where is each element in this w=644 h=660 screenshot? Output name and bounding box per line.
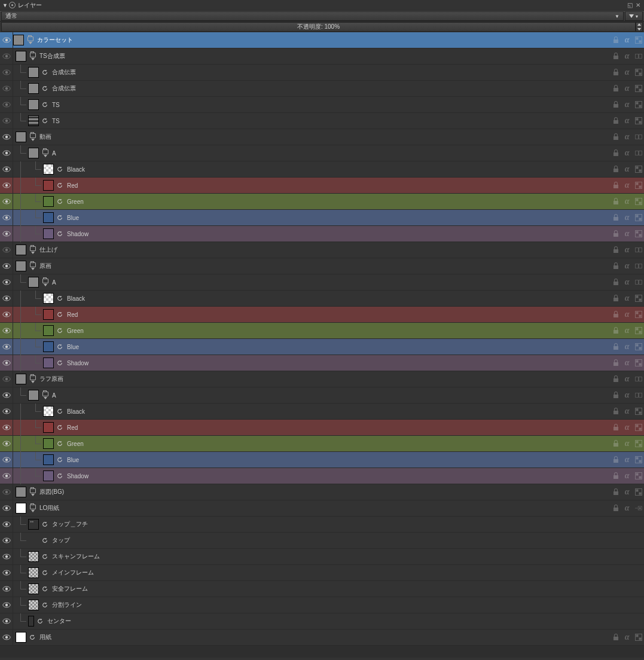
layer-name[interactable]: Green [66,441,610,447]
visibility-toggle[interactable] [0,145,13,161]
lock-flag[interactable] [610,194,621,210]
layer-row[interactable]: Redα [0,178,644,194]
alpha-flag[interactable]: α [621,468,633,484]
layer-row[interactable]: LO用紙α [0,500,644,517]
layer-name[interactable]: A [51,279,610,286]
layer-row[interactable]: Shadowα [0,468,644,484]
alpha-flag[interactable]: α [621,81,633,97]
lock-flag[interactable] [610,145,621,161]
alpha-flag[interactable]: α [621,307,633,323]
folder-expand-toggle[interactable] [41,389,50,402]
folder-expand-toggle[interactable] [41,276,50,289]
alpha-flag[interactable]: α [621,452,633,468]
alpha-flag[interactable]: α [621,500,633,517]
layer-row[interactable]: Aα [0,145,644,161]
alpha-flag[interactable]: α [621,291,633,307]
layer-row[interactable]: 原画α [0,258,644,274]
visibility-toggle[interactable] [0,565,13,581]
lock-flag[interactable] [610,420,621,436]
layer-row[interactable]: Blaackα [0,161,644,178]
close-button[interactable]: ✕ [634,2,642,9]
mask-flag[interactable] [633,178,644,194]
mask-flag[interactable] [633,468,644,484]
layer-row[interactable]: Blaackα [0,291,644,307]
layer-name[interactable]: Red [66,182,610,189]
lock-flag[interactable] [610,129,621,145]
alpha-flag[interactable]: α [621,630,633,646]
layer-name[interactable]: TS [51,102,610,108]
lock-flag[interactable] [610,81,621,97]
layer-name[interactable]: タップ [51,536,644,545]
layer-name[interactable]: Shadow [66,360,610,366]
lock-flag[interactable] [610,48,621,65]
layer-row[interactable]: Blueα [0,210,644,226]
alpha-flag[interactable]: α [621,355,633,371]
lock-flag[interactable] [610,291,621,307]
layer-name[interactable]: Shadow [66,473,610,479]
folder-expand-toggle[interactable] [29,485,37,499]
layer-row[interactable]: TS合成票α [0,48,644,65]
layer-row[interactable]: Blueα [0,452,644,468]
visibility-toggle[interactable] [0,291,13,307]
visibility-toggle[interactable] [0,274,13,291]
mask-flag[interactable] [633,210,644,226]
layer-row[interactable]: Greenα [0,194,644,210]
folder-expand-toggle[interactable] [29,130,37,143]
layer-name[interactable]: TS [51,118,610,124]
split-flag[interactable] [633,274,644,291]
mask-flag[interactable] [633,32,644,48]
alpha-flag[interactable]: α [621,258,633,274]
folder-expand-toggle[interactable] [29,502,37,515]
layer-name[interactable]: Green [66,198,610,205]
layer-name[interactable]: Green [66,328,610,334]
layer-row[interactable]: タップ [0,533,644,549]
visibility-toggle[interactable] [0,323,13,339]
alpha-flag[interactable]: α [621,178,633,194]
mask-flag[interactable] [633,113,644,129]
lock-flag[interactable] [610,113,621,129]
layer-name[interactable]: Shadow [66,231,610,237]
layer-row[interactable]: TSα [0,113,644,129]
split-flag[interactable] [633,145,644,161]
lock-flag[interactable] [610,404,621,420]
folder-expand-toggle[interactable] [29,372,37,386]
alpha-flag[interactable]: α [621,274,633,291]
visibility-toggle[interactable] [0,533,13,549]
mask-flag[interactable] [633,307,644,323]
alpha-flag[interactable]: α [621,113,633,129]
alpha-flag[interactable]: α [621,145,633,161]
layer-row[interactable]: TSα [0,97,644,113]
filter-button[interactable]: ▼ [625,11,643,21]
split-flag[interactable] [633,387,644,404]
split-flag[interactable] [633,242,644,258]
visibility-toggle[interactable] [0,81,13,97]
visibility-toggle[interactable] [0,517,13,533]
lock-flag[interactable] [610,258,621,274]
alpha-flag[interactable]: α [621,339,633,355]
layer-name[interactable]: TS合成票 [38,52,610,60]
alpha-flag[interactable]: α [621,242,633,258]
alpha-flag[interactable]: α [621,129,633,145]
mask-flag[interactable] [633,484,644,500]
layer-row[interactable]: Aα [0,387,644,404]
lock-flag[interactable] [610,307,621,323]
layer-row[interactable]: Aα [0,274,644,291]
layer-row[interactable]: 合成伝票α [0,81,644,97]
layer-name[interactable]: Blaack [66,408,610,415]
alpha-flag[interactable]: α [621,194,633,210]
layer-row[interactable]: Redα [0,307,644,323]
visibility-toggle[interactable] [0,468,13,484]
visibility-toggle[interactable] [0,404,13,420]
layer-name[interactable]: 安全フレーム [51,585,644,593]
layer-row[interactable]: Blueα [0,339,644,355]
visibility-toggle[interactable] [0,242,13,258]
layer-name[interactable]: タップ＿フチ [51,520,644,528]
alpha-flag[interactable]: α [621,420,633,436]
mask-flag[interactable] [633,339,644,355]
layer-row[interactable]: Greenα [0,436,644,452]
alpha-flag[interactable]: α [621,210,633,226]
visibility-toggle[interactable] [0,307,13,323]
opacity-stepper[interactable] [636,22,643,32]
layer-row[interactable]: 合成伝票α [0,65,644,81]
link-flag[interactable] [633,500,644,517]
